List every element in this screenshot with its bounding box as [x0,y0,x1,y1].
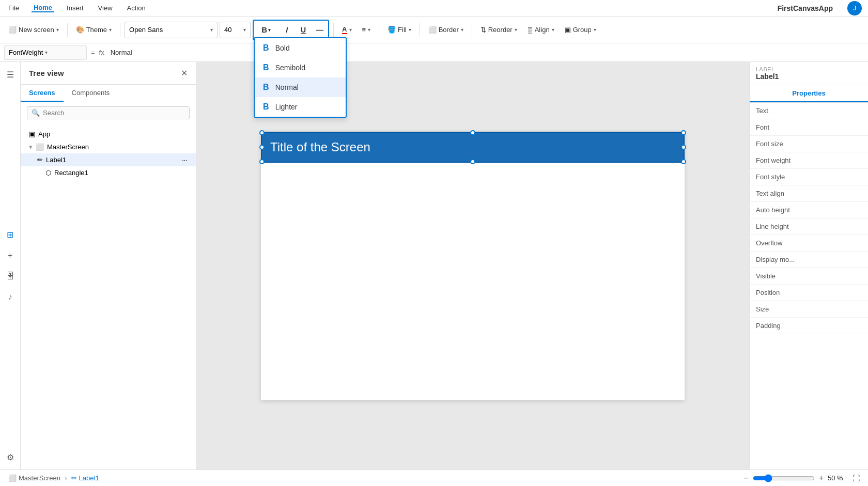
border-button[interactable]: ⬜ Border ▾ [424,21,468,39]
handle-top-right[interactable] [681,130,686,135]
menu-insert[interactable]: Insert [65,4,86,12]
property-chevron-icon: ▾ [45,50,48,55]
new-screen-icon: ⬜ [8,26,17,34]
expand-icon: ▾ [29,143,33,151]
prop-visible: Visible [750,268,868,285]
strikethrough-icon: — [316,26,323,34]
handle-bottom-middle[interactable] [470,159,475,164]
breadcrumb-label1[interactable]: ✏ Label1 [71,474,99,482]
menu-file[interactable]: File [6,4,21,12]
search-icon: 🔍 [32,109,40,117]
user-avatar: J [847,1,862,15]
zoom-out-button[interactable]: − [743,474,748,483]
fill-button[interactable]: 🪣 Fill ▾ [383,21,415,39]
search-input[interactable] [43,109,185,117]
handle-bottom-right[interactable] [681,159,686,164]
fw-option-bold[interactable]: B Bold [255,38,346,58]
theme-button[interactable]: 🎨 Theme ▾ [72,21,116,39]
handle-top-left[interactable] [259,130,265,135]
breadcrumb-masterscreen[interactable]: ⬜ MasterScreen [8,474,60,482]
tree-item-masterscreen[interactable]: ▾ ⬜ MasterScreen [21,140,196,153]
tab-screens[interactable]: Screens [21,85,64,102]
text-color-icon: A [342,25,347,34]
tree-item-label1-label: Label1 [46,156,66,164]
element-type-label: LABEL [756,66,862,72]
tree-item-label1[interactable]: ✏ Label1 ··· [21,153,196,166]
fw-semibold-icon: B [263,63,269,72]
fw-option-lighter[interactable]: B Lighter [255,97,346,117]
align-button[interactable]: ≡ ▾ [358,21,375,39]
fw-option-normal[interactable]: B Normal [255,77,346,97]
bold-button[interactable]: B ▾ [254,21,278,39]
group-button[interactable]: ▣ Group ▾ [561,21,600,39]
hamburger-menu-icon[interactable]: ☰ [2,66,19,83]
prop-text-label: Text [756,107,768,115]
prop-overflow-label: Overflow [756,239,782,247]
settings-icon[interactable]: ⚙ [2,449,19,465]
rect-icon: ⬡ [45,169,51,177]
tab-components[interactable]: Components [64,85,118,102]
italic-icon: I [286,26,288,34]
tree-close-button[interactable]: ✕ [181,68,188,78]
formula-value: Normal [109,49,134,56]
zoom-in-button[interactable]: + [819,474,824,483]
toolbar: ⬜ New screen ▾ 🎨 Theme ▾ Open Sans ▾ 40 … [0,17,868,43]
canvas-area[interactable]: Title of the Screen [196,62,749,469]
tab-properties[interactable]: Properties [750,85,868,102]
text-color-button[interactable]: A ▾ [338,21,355,39]
prop-font-size: Font size [750,136,868,152]
menu-view[interactable]: View [96,4,115,12]
menu-bar: File Home Insert View Action FirstCanvas… [0,0,868,17]
label-icon: ✏ [37,156,43,164]
tree-item-app[interactable]: ▣ App [21,128,196,140]
tree-item-rectangle1[interactable]: ⬡ Rectangle1 [21,166,196,179]
add-icon[interactable]: + [2,247,19,264]
separator-3 [333,23,334,37]
bold-icon: B [261,25,267,34]
group-icon: ▣ [565,26,571,34]
handle-middle-left[interactable] [259,145,265,150]
fw-option-semibold[interactable]: B Semibold [255,58,346,77]
text-color-chevron-icon: ▾ [349,27,352,33]
format-group: B ▾ I U — B Bold B Semibold B Normal [253,20,329,40]
new-screen-button[interactable]: ⬜ New screen ▾ [4,21,63,39]
align-dist-button[interactable]: ⣿ Align ▾ [523,21,559,39]
reorder-button[interactable]: ⇅ Reorder ▾ [476,21,521,39]
strikethrough-button[interactable]: — [312,21,328,39]
media-icon[interactable]: ♪ [2,289,19,305]
fw-normal-label: Normal [275,83,299,91]
align-dist-label: Align [535,26,550,34]
breadcrumb-label1-label: Label1 [79,474,99,482]
label1-more-icon[interactable]: ··· [182,156,188,164]
menu-action[interactable]: Action [125,4,148,12]
handle-bottom-left[interactable] [259,159,265,164]
data-icon[interactable]: 🗄 [2,268,19,285]
zoom-slider[interactable] [753,474,815,482]
underline-button[interactable]: U [295,21,312,39]
search-box: 🔍 [27,106,190,119]
theme-chevron-icon: ▾ [109,27,112,33]
handle-top-middle[interactable] [470,130,475,135]
canvas-label-element[interactable]: Title of the Screen [261,132,685,163]
left-icon-bar: ☰ ⊞ + 🗄 ♪ ⚙ [0,62,21,469]
screen-breadcrumb-icon: ⬜ [8,474,17,482]
fw-lighter-icon: B [263,102,269,112]
breadcrumb-masterscreen-label: MasterScreen [19,474,60,482]
prop-text-align-label: Text align [756,190,784,197]
reorder-icon: ⇅ [481,26,486,34]
layers-icon[interactable]: ⊞ [2,227,19,243]
prop-font-style: Font style [750,169,868,185]
underline-icon: U [301,26,306,34]
menu-home[interactable]: Home [32,4,54,12]
prop-auto-height: Auto height [750,202,868,218]
property-selector[interactable]: FontWeight ▾ [4,45,87,60]
font-size-selector[interactable]: 40 ▾ [220,22,251,38]
italic-button[interactable]: I [278,21,295,39]
fill-chevron-icon: ▾ [409,27,411,33]
formula-fx-icon[interactable]: fx [99,49,104,56]
handle-middle-right[interactable] [681,145,686,150]
zoom-controls: − + 50 % ⛶ [743,474,860,483]
status-bar: ⬜ MasterScreen › ✏ Label1 − + 50 % ⛶ [0,469,868,486]
fullscreen-button[interactable]: ⛶ [853,474,860,482]
font-selector[interactable]: Open Sans ▾ [125,22,218,38]
